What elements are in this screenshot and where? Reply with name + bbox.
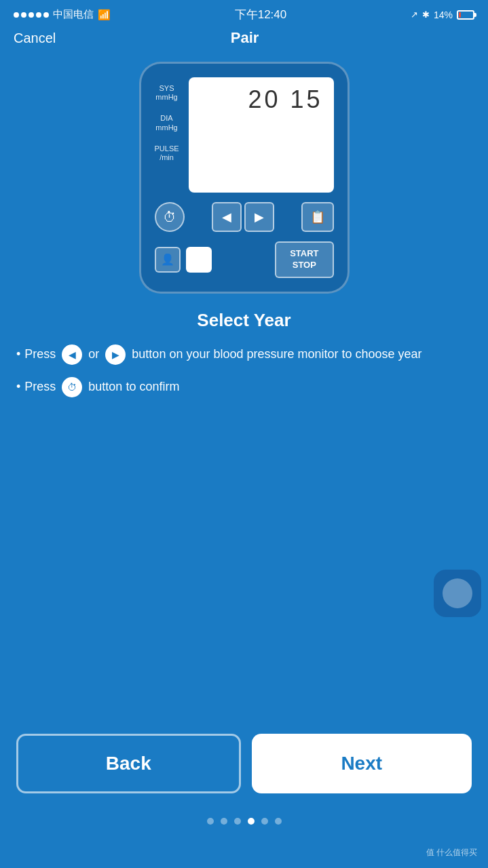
page-dot-3 bbox=[234, 818, 241, 825]
device-bottom-row: 👤 START STOP bbox=[155, 241, 334, 278]
left-arrow-icon: ◀ bbox=[222, 211, 231, 223]
screen-value: 20 15 bbox=[248, 85, 322, 114]
device-labels: SYSmmHg DIAmmHg PULSE/min bbox=[155, 77, 179, 162]
floating-action-button[interactable] bbox=[434, 570, 481, 617]
inline-clock-btn: ⏱ bbox=[62, 377, 82, 397]
next-button[interactable]: Next bbox=[252, 734, 472, 793]
instructions: Select Year • Press ◀ or ▶ button on you… bbox=[0, 310, 488, 398]
clock-icon: ⏱ bbox=[163, 210, 176, 225]
page-dot-6 bbox=[275, 818, 282, 825]
inline-left-arrow-icon: ◀ bbox=[69, 347, 76, 362]
person-icon: 👤 bbox=[161, 253, 174, 266]
device-illustration: SYSmmHg DIAmmHg PULSE/min 20 15 ⏱ ◀ bbox=[0, 62, 488, 294]
back-button[interactable]: Back bbox=[16, 734, 241, 793]
instruction-item-2: • Press ⏱ button to confirm bbox=[16, 377, 472, 397]
instruction-2-text: Press ⏱ button to confirm bbox=[24, 377, 179, 397]
battery-percent: 14% bbox=[434, 9, 453, 20]
page-dots bbox=[0, 818, 488, 825]
clock-button[interactable]: ⏱ bbox=[155, 202, 185, 232]
person-button[interactable]: 👤 bbox=[155, 247, 181, 273]
pulse-label: PULSE/min bbox=[155, 144, 179, 162]
instructions-body: • Press ◀ or ▶ button on your blood pres… bbox=[16, 344, 472, 398]
dia-label: DIAmmHg bbox=[155, 114, 179, 132]
bullet-2: • bbox=[16, 377, 20, 397]
battery-icon bbox=[457, 10, 474, 20]
device-buttons-row: ⏱ ◀ ▶ 📋 bbox=[155, 202, 334, 232]
floating-inner-circle bbox=[443, 578, 472, 608]
wifi-icon: 📶 bbox=[98, 9, 111, 21]
cancel-button[interactable]: Cancel bbox=[14, 31, 56, 46]
right-arrow-button[interactable]: ▶ bbox=[244, 202, 274, 232]
stop-label: STOP bbox=[293, 260, 316, 271]
nav-bar: Cancel Pair bbox=[0, 26, 488, 55]
status-left: 中国电信 📶 bbox=[14, 8, 111, 21]
inline-clock-icon: ⏱ bbox=[67, 380, 77, 395]
instruction-1-text: Press ◀ or ▶ button on your blood pressu… bbox=[24, 344, 421, 365]
inline-right-arrow-btn: ▶ bbox=[105, 344, 126, 365]
bottom-actions: Back Next bbox=[0, 734, 488, 793]
person-group: 👤 bbox=[155, 247, 212, 273]
nav-button-group: ◀ ▶ bbox=[212, 202, 274, 232]
carrier-label: 中国电信 bbox=[53, 8, 94, 21]
right-arrow-icon: ▶ bbox=[255, 211, 264, 223]
bullet-1: • bbox=[16, 344, 20, 364]
signal-dots bbox=[14, 12, 49, 18]
page-title: Pair bbox=[231, 29, 259, 47]
status-right: ↗ ✱ 14% bbox=[411, 9, 474, 20]
doc-button[interactable]: 📋 bbox=[301, 202, 334, 232]
inline-right-arrow-icon: ▶ bbox=[112, 347, 119, 362]
person-blank-button[interactable] bbox=[186, 247, 212, 273]
instruction-item-1: • Press ◀ or ▶ button on your blood pres… bbox=[16, 344, 472, 365]
bluetooth-icon: ✱ bbox=[422, 9, 430, 20]
start-label: START bbox=[290, 248, 318, 260]
instructions-title: Select Year bbox=[16, 310, 472, 331]
time-label: 下午12:40 bbox=[235, 7, 287, 22]
page-dot-2 bbox=[221, 818, 227, 825]
page-dot-1 bbox=[207, 818, 214, 825]
battery-fill bbox=[459, 12, 461, 18]
page-dot-4 bbox=[248, 818, 255, 825]
left-arrow-button[interactable]: ◀ bbox=[212, 202, 242, 232]
page-dot-5 bbox=[261, 818, 268, 825]
location-icon: ↗ bbox=[411, 9, 418, 20]
watermark: 值 什么值得买 bbox=[426, 847, 477, 859]
blood-pressure-monitor: SYSmmHg DIAmmHg PULSE/min 20 15 ⏱ ◀ bbox=[139, 62, 350, 294]
status-bar: 中国电信 📶 下午12:40 ↗ ✱ 14% bbox=[0, 0, 488, 26]
sys-label: SYSmmHg bbox=[155, 84, 179, 102]
doc-icon: 📋 bbox=[310, 210, 325, 224]
device-screen: 20 15 bbox=[189, 77, 334, 193]
device-top: SYSmmHg DIAmmHg PULSE/min 20 15 bbox=[155, 77, 334, 193]
start-stop-button[interactable]: START STOP bbox=[275, 241, 333, 278]
inline-left-arrow-btn: ◀ bbox=[62, 344, 82, 365]
